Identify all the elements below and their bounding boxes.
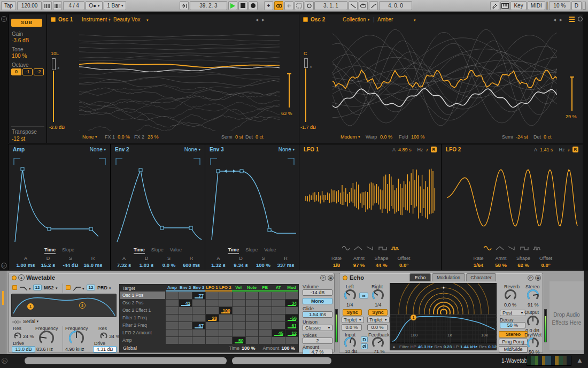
filter1-slope-badge[interactable]: 12: [33, 285, 42, 290]
lfo-wave-saw-icon[interactable]: [508, 245, 516, 251]
param-value[interactable]: -44 dB: [60, 262, 81, 268]
matrix-amount-value[interactable]: 100 %: [281, 346, 295, 351]
osc2-gain-value[interactable]: -1.7 dB: [300, 125, 316, 130]
filter1-node[interactable]: 1: [27, 303, 34, 310]
env-mod-selector[interactable]: None ▾: [184, 147, 200, 152]
horizontal-scrollbar[interactable]: [232, 357, 331, 364]
matrix-cell[interactable]: [165, 336, 179, 344]
matrix-cell[interactable]: [179, 336, 192, 344]
param-value[interactable]: 44 %: [372, 262, 392, 268]
matrix-cell[interactable]: [285, 292, 298, 299]
matrix-cell[interactable]: 45: [272, 329, 285, 336]
matrix-cell[interactable]: [258, 314, 272, 321]
param-value[interactable]: 97 %: [349, 262, 369, 268]
env-param[interactable]: S-44 dB: [60, 256, 81, 268]
matrix-cell[interactable]: [232, 299, 245, 306]
osc2-pan-value[interactable]: C: [304, 51, 307, 56]
unison-mode-selector[interactable]: Classic ▼: [303, 325, 332, 331]
echo-tab-character[interactable]: Character: [466, 273, 496, 281]
loop-length-field[interactable]: 4. 0. 0: [379, 1, 412, 10]
view-mode-circle-icon[interactable]: [578, 17, 583, 21]
filter1-checkbox[interactable]: [12, 285, 17, 290]
matrix-row-lfo-2-amount[interactable]: LFO 2 Amount: [120, 329, 165, 336]
midi-overdub-button[interactable]: [274, 1, 283, 10]
echo-mode-mid-side[interactable]: Mid/Side: [499, 346, 528, 352]
input-d-button[interactable]: D: [361, 336, 368, 342]
osc2-gain-slider-handle[interactable]: [304, 58, 308, 68]
osc1-gain-value[interactable]: -2.8 dB: [49, 125, 65, 130]
param-value[interactable]: 0.0°: [536, 262, 556, 268]
hotswap-icon[interactable]: ⟳: [320, 275, 326, 281]
matrix-cell[interactable]: [219, 321, 232, 329]
osc1-wavetable-selector[interactable]: Beauty Vox: [113, 17, 141, 22]
matrix-cell[interactable]: [165, 292, 179, 299]
matrix-cell[interactable]: [258, 306, 272, 314]
device-title[interactable]: Echo: [350, 274, 364, 281]
matrix-cell[interactable]: [219, 329, 232, 336]
matrix-cell[interactable]: [245, 292, 259, 299]
matrix-cell[interactable]: [272, 306, 285, 314]
osc1-wavetable-visualization[interactable]: [79, 30, 280, 131]
punch-out-button[interactable]: [369, 1, 378, 10]
matrix-cell[interactable]: [272, 321, 285, 329]
new-midi-button[interactable]: +: [264, 1, 273, 10]
computer-midi-keyboard-button[interactable]: [500, 1, 509, 10]
midi-map-button[interactable]: MIDI: [528, 1, 545, 10]
device-chain-thumbnail[interactable]: [527, 356, 571, 366]
envelope-display[interactable]: [113, 155, 203, 247]
chevron-down-icon[interactable]: ▾: [146, 18, 149, 22]
device-fold-icon[interactable]: ▲: [18, 274, 25, 281]
right-time-knob[interactable]: [372, 289, 384, 303]
right-division-selector[interactable]: Triplet ▼: [367, 317, 390, 323]
mono-button[interactable]: Mono: [303, 298, 332, 304]
osc2-activator-checkbox[interactable]: [303, 17, 308, 22]
draw-mode-button[interactable]: [295, 1, 304, 10]
nudge-up-button[interactable]: [53, 1, 62, 10]
echo-tab-modulation[interactable]: Modulation: [432, 273, 465, 281]
lfo-wave-random-icon[interactable]: [532, 245, 541, 251]
env-param[interactable]: A7.32 s: [114, 256, 134, 268]
left-sync-button[interactable]: Sync: [343, 309, 362, 316]
param-value[interactable]: 7.32 s: [114, 262, 134, 268]
lp-freq-value[interactable]: 1.44 kHz: [460, 344, 477, 349]
env-tab-time[interactable]: Time: [228, 247, 239, 254]
matrix-cell[interactable]: 77: [192, 292, 205, 299]
matrix-row-osc-2-effect-1[interactable]: Osc 2 Effect 1: [120, 306, 165, 314]
matrix-cell[interactable]: [232, 314, 245, 321]
stereo-width-value[interactable]: 91 %: [528, 302, 539, 308]
right-time-value[interactable]: 1/4: [375, 302, 382, 308]
filter2-drive-field[interactable]: 4.31 dB: [93, 346, 117, 352]
matrix-cell[interactable]: [205, 306, 219, 314]
matrix-cell[interactable]: [165, 306, 179, 314]
osc2-blend-slider[interactable]: [571, 78, 572, 111]
matrix-cell[interactable]: 34: [285, 299, 298, 306]
voices-field[interactable]: 2: [303, 338, 332, 344]
env-tab-slope[interactable]: Slope: [245, 247, 258, 253]
matrix-row-osc-1-pos[interactable]: Osc 1 Pos: [120, 292, 165, 299]
hp-filter-node[interactable]: 1: [411, 315, 416, 320]
transpose-value[interactable]: -12 st: [12, 136, 25, 142]
param-value[interactable]: 9.34 s: [231, 262, 251, 268]
lfo-wave-triangle-icon[interactable]: [496, 245, 504, 251]
osc2-warp-value[interactable]: 0.0 %: [380, 134, 392, 140]
lfo-param[interactable]: Offset0.0°: [394, 256, 414, 268]
phase-invert-button[interactable]: Ø: [361, 343, 368, 349]
matrix-cell[interactable]: -56: [285, 314, 298, 321]
param-value[interactable]: 600 ms: [181, 262, 202, 268]
lfo-param[interactable]: Shape62 %: [513, 256, 533, 268]
env-tab-slope[interactable]: Slope: [62, 247, 74, 253]
lfo-wave-square-icon[interactable]: [378, 245, 387, 251]
osc1-blend-slider[interactable]: [289, 74, 290, 108]
matrix-row-osc-2-pos[interactable]: Osc 2 Pos: [120, 299, 165, 306]
chevron-down-icon[interactable]: ▾: [56, 286, 58, 290]
loop-button[interactable]: [359, 1, 368, 10]
env-tab-value[interactable]: Value: [264, 247, 276, 253]
sub-osc-button[interactable]: Sub: [11, 19, 42, 27]
osc2-det-value[interactable]: 0 ct: [544, 134, 552, 140]
osc2-effect-mode-selector[interactable]: Modern ▾: [341, 134, 360, 140]
chevron-down-icon[interactable]: ▾: [82, 287, 84, 291]
osc1-det-value[interactable]: 0 ct: [256, 134, 264, 140]
lfo-attack-value[interactable]: 1.41 s: [540, 147, 553, 152]
next-wavetable-arrow[interactable]: ▸: [560, 17, 562, 22]
play-button[interactable]: [228, 1, 237, 10]
